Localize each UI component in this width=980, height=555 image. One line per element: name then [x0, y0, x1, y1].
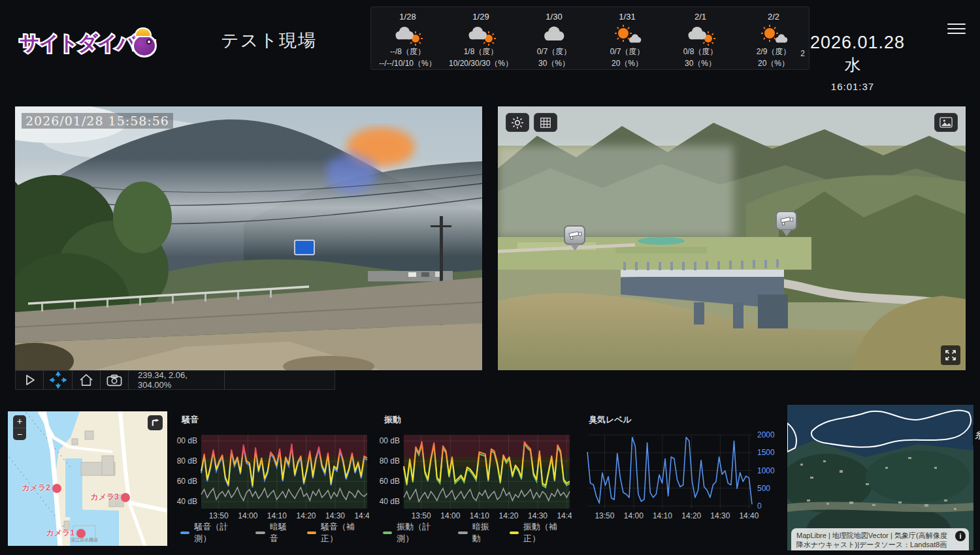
legend-item[interactable]: 振動（補正）: [510, 521, 572, 545]
camera-marker-pin[interactable]: [564, 225, 586, 254]
weather-temperature: 0/8（度）: [683, 46, 718, 57]
svg-text:14:20: 14:20: [681, 511, 701, 520]
sun-cloud-icon: [759, 23, 789, 46]
weather-rain-probability: 20（%）: [612, 58, 643, 69]
edge-drawer-tab[interactable]: 糸: [973, 423, 980, 448]
legend-item[interactable]: 振動（計測）: [383, 521, 445, 545]
svg-text:14:10: 14:10: [267, 511, 287, 520]
weather-temperature: --/8（度）: [390, 46, 425, 57]
zoom-in-button[interactable]: +: [13, 415, 26, 428]
cloud-sun-icon: [393, 23, 423, 46]
snapshot-camera-icon: [106, 374, 122, 387]
home-icon: [79, 373, 93, 387]
svg-text:80 dB: 80 dB: [380, 456, 400, 466]
weather-day: 2/1 0/8（度） 30（%）: [664, 7, 737, 69]
pan-arrows-icon: [50, 372, 67, 388]
weather-day: 2/2 2/9（度） 20（%）: [737, 7, 809, 69]
svg-text:60 dB: 60 dB: [177, 477, 197, 486]
legend-item[interactable]: 騒音（補正）: [307, 521, 369, 545]
basemap-image-button[interactable]: [934, 113, 958, 132]
corner-arrow-icon: [151, 419, 159, 427]
map-camera-marker[interactable]: [121, 493, 130, 502]
home-position-button[interactable]: [73, 371, 101, 389]
svg-text:0: 0: [757, 501, 762, 511]
svg-text:2000: 2000: [757, 430, 775, 439]
lighting-toggle-button[interactable]: [506, 113, 529, 132]
weather-date: 2/2: [768, 12, 779, 22]
weather-next-clipped: 2: [800, 49, 805, 58]
svg-text:14:00: 14:00: [440, 511, 460, 520]
vibration-legend: 振動（計測） 暗振動 振動（補正）: [383, 521, 572, 545]
weather-rain-probability: --/--/10/10（%）: [379, 58, 436, 69]
noise-chart-panel: 騒音 40 dB60 dB80 dB100 dB13:5014:0014:101…: [176, 410, 369, 535]
noise-chart-title: 騒音: [182, 414, 199, 426]
svg-text:14:40: 14:40: [739, 511, 759, 520]
weather-rain-probability: 30（%）: [685, 58, 716, 69]
pan-control-button[interactable]: [44, 371, 73, 389]
noise-chart[interactable]: 40 dB60 dB80 dB100 dB13:5014:0014:1014:2…: [176, 428, 369, 521]
weather-day: 1/31 0/7（度） 20（%）: [591, 7, 664, 69]
svg-text:40 dB: 40 dB: [177, 497, 197, 506]
fullscreen-button[interactable]: [941, 345, 960, 365]
snapshot-button[interactable]: [101, 371, 129, 389]
svg-text:14:30: 14:30: [325, 511, 345, 520]
vibration-chart-panel: 振動 40 dB60 dB80 dB100 dB13:5014:0014:101…: [379, 410, 572, 535]
cloud-icon: [539, 23, 569, 46]
weather-date: 1/31: [619, 12, 635, 22]
weather-date: 1/30: [546, 12, 562, 22]
weather-day: 1/29 1/8（度） 10/20/30/30（%）: [444, 7, 517, 69]
svg-text:14:30: 14:30: [528, 511, 547, 520]
svg-text:14:20: 14:20: [499, 511, 519, 520]
current-date: 2026.01.28 水: [810, 33, 895, 76]
svg-text:100 dB: 100 dB: [379, 436, 400, 445]
current-time: 16:01:37: [810, 81, 895, 92]
cloud-sun-icon: [466, 23, 496, 46]
play-button[interactable]: [16, 371, 44, 389]
svg-text:13:50: 13:50: [412, 511, 431, 520]
legend-item[interactable]: 暗騒音: [255, 521, 293, 545]
zoom-out-button[interactable]: −: [13, 428, 26, 441]
svg-text:13:50: 13:50: [595, 511, 614, 520]
svg-text:14:00: 14:00: [238, 511, 257, 520]
weather-temperature: 2/9（度）: [757, 46, 791, 57]
play-icon: [23, 373, 36, 387]
svg-text:13:50: 13:50: [209, 511, 229, 520]
map-zoom-control: + −: [13, 415, 26, 440]
svg-text:14:10: 14:10: [470, 511, 489, 520]
map-camera-label: カメラ2: [22, 483, 50, 494]
menu-hamburger-icon[interactable]: [947, 20, 966, 36]
site-map[interactable]: + − カメラ2カメラ3カメラ1 深江排水機場: [8, 411, 167, 546]
logo-mascot-icon: [129, 27, 158, 57]
camera-control-bar: 239.34, 2.06, 304.00%: [15, 370, 335, 390]
terrain-3d-view[interactable]: [498, 106, 966, 370]
ptz-coordinates: 239.34, 2.06, 304.00%: [129, 371, 225, 389]
weather-date: 2/1: [694, 12, 706, 22]
dashboard: サイトダイバー テスト現場 1/28 --/8（度） --/--/10/10（%…: [0, 0, 980, 555]
svg-text:14:30: 14:30: [710, 511, 730, 520]
svg-text:14:40: 14:40: [557, 511, 572, 520]
current-weekday: 水: [810, 54, 895, 76]
live-camera-view[interactable]: 2026/01/28 15:58:56: [15, 106, 482, 370]
weather-rain-probability: 20（%）: [758, 58, 789, 69]
camera-marker-pin[interactable]: [776, 211, 798, 240]
weather-date: 1/28: [399, 12, 416, 22]
svg-text:100 dB: 100 dB: [176, 436, 197, 445]
map-camera-marker[interactable]: [52, 484, 61, 493]
app-logo[interactable]: サイトダイバー: [18, 24, 182, 61]
legend-item[interactable]: 暗振動: [458, 521, 496, 545]
map-corner-button[interactable]: [148, 415, 163, 430]
attribution-info-icon[interactable]: i: [955, 531, 966, 541]
road-sign: [295, 240, 314, 255]
image-icon: [939, 117, 953, 128]
satellite-map[interactable]: MapLibre | 地理院地図Vector | 気象庁(高解像度降水ナウキャス…: [787, 405, 973, 550]
weather-temperature: 1/8（度）: [464, 46, 498, 57]
map-place-label: 深江排水機場: [71, 537, 98, 543]
vibration-chart-title: 振動: [384, 414, 401, 426]
cloud-sun-icon: [685, 23, 715, 46]
grid-toggle-button[interactable]: [534, 113, 557, 132]
odor-chart[interactable]: 050010001500200013:5014:0014:1014:2014:3…: [583, 428, 779, 521]
legend-item[interactable]: 騒音（計測）: [180, 521, 242, 545]
weather-forecast-panel: 1/28 --/8（度） --/--/10/10（%） 1/29 1/8（度） …: [370, 7, 809, 70]
weather-rain-probability: 30（%）: [538, 58, 570, 69]
vibration-chart[interactable]: 40 dB60 dB80 dB100 dB13:5014:0014:1014:2…: [379, 428, 572, 521]
